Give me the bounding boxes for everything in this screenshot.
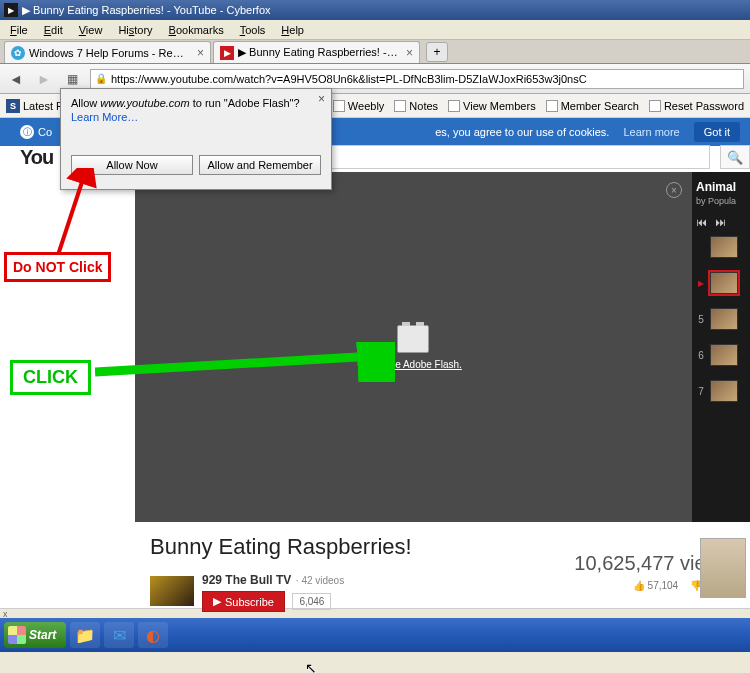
thumb-icon (710, 272, 738, 294)
taskbar-thunderbird-icon[interactable]: ✉ (104, 622, 134, 648)
app-icon: ▶ (4, 3, 18, 17)
subscribe-button[interactable]: ▶Subscribe (202, 591, 285, 612)
activate-flash-link[interactable]: Activate Adobe Flash. (365, 359, 462, 370)
tab-label: ▶ Bunny Eating Raspberries! - YouTube (238, 46, 398, 59)
playlist-next-button[interactable]: ⏭ (715, 216, 726, 228)
thumb-icon (710, 236, 738, 258)
playlist-item[interactable]: 6 (696, 344, 746, 366)
thumb-icon (710, 344, 738, 366)
suggested-thumb[interactable] (700, 538, 746, 598)
menu-view[interactable]: View (71, 22, 111, 38)
thumb-icon (710, 308, 738, 330)
checkbox-icon (649, 100, 661, 112)
youtube-icon: ▶ (213, 595, 221, 608)
thumbs-up-icon: 👍 (633, 580, 645, 591)
identity-icon[interactable]: ▦ (62, 69, 82, 89)
video-player[interactable]: × Activate Adobe Flash. (135, 172, 692, 522)
start-button[interactable]: Start (4, 622, 66, 648)
checkbox-icon (546, 100, 558, 112)
cookie-left: ⓘ Co (20, 125, 52, 139)
checkbox-icon (448, 100, 460, 112)
playlist-author: by Popula (696, 196, 746, 206)
lock-icon: 🔒 (95, 73, 107, 84)
channel-name[interactable]: 929 The Bull TV (202, 573, 291, 587)
window-title: ▶ Bunny Eating Raspberries! - YouTube - … (22, 4, 271, 17)
lego-plugin-icon (397, 325, 429, 353)
menu-tools[interactable]: Tools (232, 22, 274, 38)
playlist-item[interactable]: 7 (696, 380, 746, 402)
subscriber-count: 6,046 (292, 593, 331, 610)
bookmark-viewmembers[interactable]: View Members (448, 100, 536, 112)
playlist-controls: ⏮ ⏭ (696, 216, 746, 228)
popup-learn-more-link[interactable]: Learn More… (71, 111, 321, 123)
favicon-youtube: ▶ (220, 46, 234, 60)
playlist-items: ▶ 5 6 7 (696, 236, 746, 402)
now-playing-icon: ▶ (696, 279, 706, 288)
bookmark-reset[interactable]: Reset Password (649, 100, 744, 112)
tab-close-icon[interactable]: × (398, 46, 413, 60)
playlist-prev-button[interactable]: ⏮ (696, 216, 707, 228)
do-not-click-annotation: Do NOT Click (4, 252, 111, 282)
playlist-item[interactable]: 5 (696, 308, 746, 330)
cookie-text: es, you agree to our use of cookies. (435, 126, 609, 138)
favicon-win7: ✿ (11, 46, 25, 60)
search-button[interactable]: 🔍 (720, 145, 750, 169)
menu-bookmarks[interactable]: Bookmarks (161, 22, 232, 38)
video-metadata: Bunny Eating Raspberries! 929 The Bull T… (0, 522, 750, 608)
playlist-title: Animal (696, 180, 746, 194)
tab-forums[interactable]: ✿ Windows 7 Help Forums - Reply to Topic… (4, 41, 211, 63)
thumb-icon (710, 380, 738, 402)
play-glyph: ▶ (8, 6, 14, 15)
taskbar: Start 📁 ✉ ◐ (0, 618, 750, 652)
like-button[interactable]: 👍 57,104 (633, 580, 678, 591)
url-text: https://www.youtube.com/watch?v=A9HV5O8U… (111, 73, 587, 85)
info-icon: ⓘ (20, 125, 34, 139)
channel-info: 929 The Bull TV · 42 videos ▶Subscribe 6… (202, 570, 344, 612)
new-tab-button[interactable]: + (426, 42, 448, 62)
popup-prompt: Allow www.youtube.com to run "Adobe Flas… (71, 97, 321, 109)
forward-button[interactable]: ► (34, 69, 54, 89)
popup-close-button[interactable]: × (318, 92, 325, 106)
bookmark-notes[interactable]: Notes (394, 100, 438, 112)
search-icon: 🔍 (727, 150, 743, 165)
taskbar-media-icon[interactable]: ◐ (138, 622, 168, 648)
allow-remember-button[interactable]: Allow and Remember (199, 155, 321, 175)
channel-row: 929 The Bull TV · 42 videos ▶Subscribe 6… (150, 570, 730, 612)
youtube-logo[interactable]: You (20, 146, 53, 169)
tab-close-icon[interactable]: × (189, 46, 204, 60)
video-left-gutter (0, 172, 135, 522)
channel-video-count: · 42 videos (296, 575, 344, 586)
mouse-cursor: ↖ (305, 660, 317, 673)
menu-edit[interactable]: Edit (36, 22, 71, 38)
flash-permission-popup: × Allow www.youtube.com to run "Adobe Fl… (60, 88, 332, 190)
menu-bar: FFileile Edit View History Bookmarks Too… (0, 20, 750, 40)
channel-avatar[interactable] (150, 576, 194, 606)
menu-history[interactable]: History (110, 22, 160, 38)
taskbar-explorer-icon[interactable]: 📁 (70, 622, 100, 648)
playlist-item[interactable] (696, 236, 746, 258)
menu-file[interactable]: FFileile (2, 22, 36, 38)
bookmark-weebly[interactable]: Weebly (333, 100, 384, 112)
video-area: × Activate Adobe Flash. Animal by Popula… (0, 172, 750, 522)
cookie-gotit-button[interactable]: Got it (694, 122, 740, 142)
playlist-sidebar: Animal by Popula ⏮ ⏭ ▶ 5 6 7 (692, 172, 750, 522)
bookmark-membersearch[interactable]: Member Search (546, 100, 639, 112)
checkbox-icon (394, 100, 406, 112)
tab-youtube[interactable]: ▶ ▶ Bunny Eating Raspberries! - YouTube … (213, 41, 420, 63)
flash-placeholder[interactable]: Activate Adobe Flash. (365, 325, 462, 370)
url-bar[interactable]: 🔒 https://www.youtube.com/watch?v=A9HV5O… (90, 69, 744, 89)
checkbox-icon (333, 100, 345, 112)
tab-label: Windows 7 Help Forums - Reply to Topic (29, 47, 189, 59)
menu-help[interactable]: Help (273, 22, 312, 38)
playlist-item-current[interactable]: ▶ (696, 272, 746, 294)
window-title-bar: ▶ ▶ Bunny Eating Raspberries! - YouTube … (0, 0, 750, 20)
back-button[interactable]: ◄ (6, 69, 26, 89)
tab-bar: ✿ Windows 7 Help Forums - Reply to Topic… (0, 40, 750, 64)
bookmark-icon: S (6, 99, 20, 113)
cookie-learn-link[interactable]: Learn more (623, 126, 679, 138)
click-annotation: CLICK (10, 360, 91, 395)
allow-now-button[interactable]: Allow Now (71, 155, 193, 175)
windows-logo-icon (8, 626, 26, 644)
player-close-button[interactable]: × (666, 182, 682, 198)
